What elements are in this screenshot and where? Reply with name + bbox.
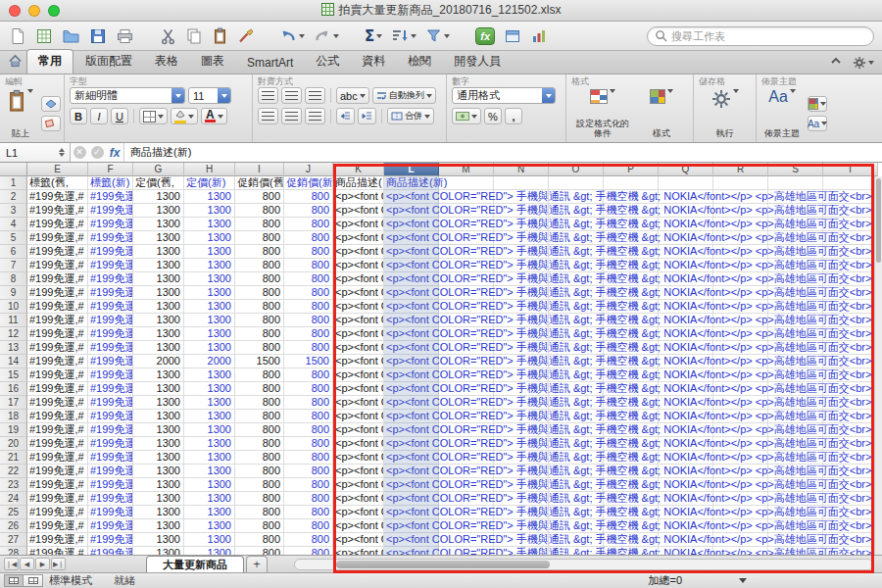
ribbon-tab-常用[interactable]: 常用 <box>26 49 74 74</box>
sort-button[interactable] <box>390 24 417 48</box>
vertical-scrollbar-thumb[interactable] <box>876 178 881 263</box>
aggregate-dropdown-arrow-icon[interactable] <box>739 578 747 583</box>
cell-E23[interactable]: #199免運,# <box>27 478 88 492</box>
add-sheet-button[interactable]: + <box>246 556 268 572</box>
cell-J15[interactable]: 800 <box>284 368 333 382</box>
ribbon-tab-版面配置[interactable]: 版面配置 <box>74 50 143 74</box>
cell-K21[interactable]: <p><font C <box>333 451 384 465</box>
column-header-J[interactable]: J <box>284 163 333 176</box>
row-header-2[interactable]: 2 <box>0 190 27 204</box>
cell-H14[interactable]: 2000 <box>184 355 235 368</box>
font-color-button[interactable]: A <box>201 108 227 124</box>
new-workbook-button[interactable] <box>8 24 27 48</box>
row-header-11[interactable]: 11 <box>0 314 27 327</box>
cell-I22[interactable]: 800 <box>235 465 284 478</box>
cell-F2[interactable]: #199免運,# <box>88 190 133 204</box>
cell-I4[interactable]: 800 <box>235 218 284 231</box>
cell-G23[interactable]: 1300 <box>133 478 184 492</box>
cell-J24[interactable]: 800 <box>284 492 333 506</box>
conditional-formatting-button[interactable]: 設定格式化的條件 <box>571 87 634 140</box>
column-header-H[interactable]: H <box>184 163 235 176</box>
cell-I16[interactable]: 800 <box>235 382 284 396</box>
cell-L3[interactable]: <p><font COLOR="RED"> 手機與通訊 &gt; 手機空機 &g… <box>384 204 878 218</box>
cell-styles-button[interactable]: 樣式 <box>639 87 684 140</box>
row-header-20[interactable]: 20 <box>0 437 27 451</box>
next-sheet-button[interactable]: ▶ <box>35 558 50 570</box>
cell-L24[interactable]: <p><font COLOR="RED"> 手機與通訊 &gt; 手機空機 &g… <box>384 492 878 506</box>
cell-J23[interactable]: 800 <box>284 478 333 492</box>
charts-button[interactable] <box>529 24 549 48</box>
cell-I23[interactable]: 800 <box>235 478 284 492</box>
cell-H15[interactable]: 1300 <box>184 368 235 382</box>
cell-H22[interactable]: 1300 <box>184 465 235 478</box>
row-header-15[interactable]: 15 <box>0 368 27 382</box>
cell-I19[interactable]: 800 <box>235 423 284 437</box>
cell-I9[interactable]: 800 <box>235 286 284 300</box>
cell-I25[interactable]: 800 <box>235 506 284 519</box>
row-header-19[interactable]: 19 <box>0 423 27 437</box>
cell-F24[interactable]: #199免運,# <box>88 492 133 506</box>
cell-I27[interactable]: 800 <box>235 533 284 547</box>
cell-E19[interactable]: #199免運,# <box>27 423 88 437</box>
cell-H2[interactable]: 1300 <box>184 190 235 204</box>
column-header-K[interactable]: K <box>333 163 384 176</box>
cell-G18[interactable]: 1300 <box>133 410 184 423</box>
cell-L6[interactable]: <p><font COLOR="RED"> 手機與通訊 &gt; 手機空機 &g… <box>384 245 878 259</box>
copy-button[interactable] <box>184 24 204 48</box>
column-header-G[interactable]: G <box>133 163 184 176</box>
cell-J27[interactable]: 800 <box>284 533 333 547</box>
cell-L1[interactable]: 商品描述(新) <box>384 176 878 190</box>
cell-F26[interactable]: #199免運,# <box>88 519 133 533</box>
cell-I21[interactable]: 800 <box>235 451 284 465</box>
normal-view-button[interactable] <box>4 574 24 587</box>
row-header-6[interactable]: 6 <box>0 245 27 259</box>
cell-F7[interactable]: #199免運,# <box>88 259 133 272</box>
cell-L13[interactable]: <p><font COLOR="RED"> 手機與通訊 &gt; 手機空機 &g… <box>384 341 878 355</box>
cell-H17[interactable]: 1300 <box>184 396 235 410</box>
cell-K3[interactable]: <p><font C <box>333 204 384 218</box>
cell-K17[interactable]: <p><font C <box>333 396 384 410</box>
cell-J12[interactable]: 800 <box>284 327 333 341</box>
cell-L25[interactable]: <p><font COLOR="RED"> 手機與通訊 &gt; 手機空機 &g… <box>384 506 878 519</box>
ribbon-tab-資料[interactable]: 資料 <box>351 50 396 74</box>
cell-K8[interactable]: <p><font C <box>333 272 384 286</box>
cell-H8[interactable]: 1300 <box>184 272 235 286</box>
column-header-O[interactable]: O <box>549 163 604 176</box>
cell-G2[interactable]: 1300 <box>133 190 184 204</box>
cell-K13[interactable]: <p><font C <box>333 341 384 355</box>
cell-E16[interactable]: #199免運,# <box>27 382 88 396</box>
name-box-stepper[interactable] <box>55 145 68 161</box>
cell-J16[interactable]: 800 <box>284 382 333 396</box>
cell-E8[interactable]: #199免運,# <box>27 272 88 286</box>
cell-G3[interactable]: 1300 <box>133 204 184 218</box>
cell-K11[interactable]: <p><font C <box>333 314 384 327</box>
cell-E10[interactable]: #199免運,# <box>27 300 88 314</box>
cell-L8[interactable]: <p><font COLOR="RED"> 手機與通訊 &gt; 手機空機 &g… <box>384 272 878 286</box>
cell-H6[interactable]: 1300 <box>184 245 235 259</box>
cell-L23[interactable]: <p><font COLOR="RED"> 手機與通訊 &gt; 手機空機 &g… <box>384 478 878 492</box>
cell-H12[interactable]: 1300 <box>184 327 235 341</box>
cell-I24[interactable]: 800 <box>235 492 284 506</box>
cell-actions-button[interactable]: 執行 <box>709 87 742 140</box>
cell-L4[interactable]: <p><font COLOR="RED"> 手機與通訊 &gt; 手機空機 &g… <box>384 218 878 231</box>
horizontal-scrollbar-thumb[interactable] <box>336 561 550 568</box>
cell-F17[interactable]: #199免運,# <box>88 396 133 410</box>
insert-function-button[interactable]: fx <box>106 143 123 162</box>
cancel-entry-button[interactable]: ✕ <box>71 143 88 162</box>
cell-I3[interactable]: 800 <box>235 204 284 218</box>
cell-J19[interactable]: 800 <box>284 423 333 437</box>
cell-L26[interactable]: <p><font COLOR="RED"> 手機與通訊 &gt; 手機空機 &g… <box>384 519 878 533</box>
cell-H13[interactable]: 1300 <box>184 341 235 355</box>
cell-E27[interactable]: #199免運,# <box>27 533 88 547</box>
cell-E6[interactable]: #199免運,# <box>27 245 88 259</box>
cell-J13[interactable]: 800 <box>284 341 333 355</box>
cell-H18[interactable]: 1300 <box>184 410 235 423</box>
currency-format-button[interactable] <box>452 108 481 124</box>
cell-J21[interactable]: 800 <box>284 451 333 465</box>
cell-G8[interactable]: 1300 <box>133 272 184 286</box>
cell-E26[interactable]: #199免運,# <box>27 519 88 533</box>
cell-L22[interactable]: <p><font COLOR="RED"> 手機與通訊 &gt; 手機空機 &g… <box>384 465 878 478</box>
cell-G16[interactable]: 1300 <box>133 382 184 396</box>
column-header-N[interactable]: N <box>494 163 549 176</box>
cell-J11[interactable]: 800 <box>284 314 333 327</box>
